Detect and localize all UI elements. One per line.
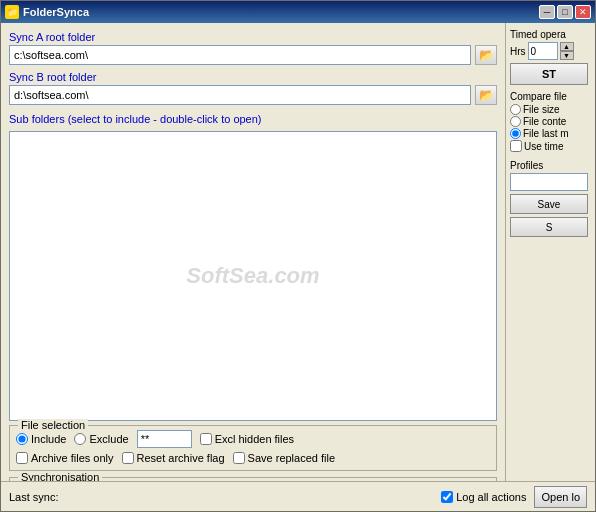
minimize-button[interactable]: ─ [539, 5, 555, 19]
main-window: 📁 FolderSynca ─ □ ✕ Sync A root folder 📂… [0, 0, 596, 512]
sync-a-section: Sync A root folder 📂 [9, 31, 497, 67]
sync-b-browse-button[interactable]: 📂 [475, 85, 497, 105]
st-button[interactable]: ST [510, 63, 588, 85]
exclude-radio-label[interactable]: Exclude [74, 433, 128, 445]
file-content-text: File conte [523, 116, 566, 127]
open-log-button[interactable]: Open lo [534, 486, 587, 508]
right-panel: Timed opera Hrs ▲ ▼ ST Compare file File… [505, 23, 595, 511]
save-replaced-checkbox[interactable] [233, 452, 245, 464]
sync-a-row: 📂 [9, 45, 497, 65]
spin-down-button[interactable]: ▼ [560, 51, 574, 60]
exclude-radio[interactable] [74, 433, 86, 445]
file-selection-label: File selection [18, 419, 88, 431]
file-content-radio-label[interactable]: File conte [510, 116, 591, 127]
excl-hidden-checkbox[interactable] [200, 433, 212, 445]
sync-a-input[interactable] [9, 45, 471, 65]
window-title: FolderSynca [23, 6, 535, 18]
include-text: Include [31, 433, 66, 445]
use-time-checkbox[interactable] [510, 140, 522, 152]
archive-only-text: Archive files only [31, 452, 114, 464]
exclude-text: Exclude [89, 433, 128, 445]
use-time-label[interactable]: Use time [510, 140, 591, 152]
filter-input[interactable] [137, 430, 192, 448]
compare-label: Compare file [510, 91, 591, 102]
include-radio-label[interactable]: Include [16, 433, 66, 445]
title-bar: 📁 FolderSynca ─ □ ✕ [1, 1, 595, 23]
sync-a-label: Sync A root folder [9, 31, 497, 43]
hrs-input[interactable] [528, 42, 558, 60]
save-profile-button[interactable]: Save [510, 194, 588, 214]
main-panel: Sync A root folder 📂 Sync B root folder … [1, 23, 505, 511]
archive-only-label[interactable]: Archive files only [16, 452, 114, 464]
window-controls: ─ □ ✕ [539, 5, 591, 19]
use-time-text: Use time [524, 141, 563, 152]
spin-group: ▲ ▼ [560, 42, 574, 60]
compare-section: Compare file File size File conte File l… [510, 91, 591, 154]
include-radio[interactable] [16, 433, 28, 445]
profiles-label: Profiles [510, 160, 591, 171]
sync-b-section: Sync B root folder 📂 [9, 71, 497, 107]
second-profile-button[interactable]: S [510, 217, 588, 237]
sync-b-input[interactable] [9, 85, 471, 105]
file-size-radio-label[interactable]: File size [510, 104, 591, 115]
content-area: Sync A root folder 📂 Sync B root folder … [1, 23, 595, 511]
file-size-radio[interactable] [510, 104, 521, 115]
last-sync-label: Last sync: [9, 491, 59, 503]
archive-only-checkbox[interactable] [16, 452, 28, 464]
maximize-button[interactable]: □ [557, 5, 573, 19]
timed-row: Hrs ▲ ▼ [510, 42, 591, 60]
app-icon: 📁 [5, 5, 19, 19]
spin-up-button[interactable]: ▲ [560, 42, 574, 51]
file-selection-row2: Archive files only Reset archive flag Sa… [16, 452, 490, 464]
save-replaced-text: Save replaced file [248, 452, 335, 464]
subfolder-box[interactable]: SoftSea.com [9, 131, 497, 421]
file-size-text: File size [523, 104, 560, 115]
reset-archive-text: Reset archive flag [137, 452, 225, 464]
profiles-section: Profiles Save S [510, 160, 591, 237]
timed-label: Timed opera [510, 29, 591, 40]
reset-archive-label[interactable]: Reset archive flag [122, 452, 225, 464]
profiles-input[interactable] [510, 173, 588, 191]
log-checkbox[interactable] [441, 491, 453, 503]
file-last-radio[interactable] [510, 128, 521, 139]
log-label-text: Log all actions [456, 491, 526, 503]
sync-b-label: Sync B root folder [9, 71, 497, 83]
timed-section: Timed opera Hrs ▲ ▼ ST [510, 29, 591, 85]
sync-a-browse-button[interactable]: 📂 [475, 45, 497, 65]
close-button[interactable]: ✕ [575, 5, 591, 19]
sync-b-row: 📂 [9, 85, 497, 105]
excl-hidden-label[interactable]: Excl hidden files [200, 433, 295, 445]
file-selection-row1: Include Exclude Excl hidden files [16, 430, 490, 448]
reset-archive-checkbox[interactable] [122, 452, 134, 464]
hrs-label: Hrs [510, 46, 526, 57]
log-checkbox-label[interactable]: Log all actions [441, 491, 526, 503]
watermark-text: SoftSea.com [186, 263, 319, 289]
file-content-radio[interactable] [510, 116, 521, 127]
file-last-radio-label[interactable]: File last m [510, 128, 591, 139]
save-replaced-label[interactable]: Save replaced file [233, 452, 335, 464]
excl-hidden-text: Excl hidden files [215, 433, 295, 445]
file-selection-group: File selection Include Exclude Excl hidd… [9, 425, 497, 471]
bottom-bar: Last sync: Log all actions Open lo [1, 481, 595, 511]
subfolder-label: Sub folders (select to include - double-… [9, 111, 497, 127]
file-last-text: File last m [523, 128, 569, 139]
